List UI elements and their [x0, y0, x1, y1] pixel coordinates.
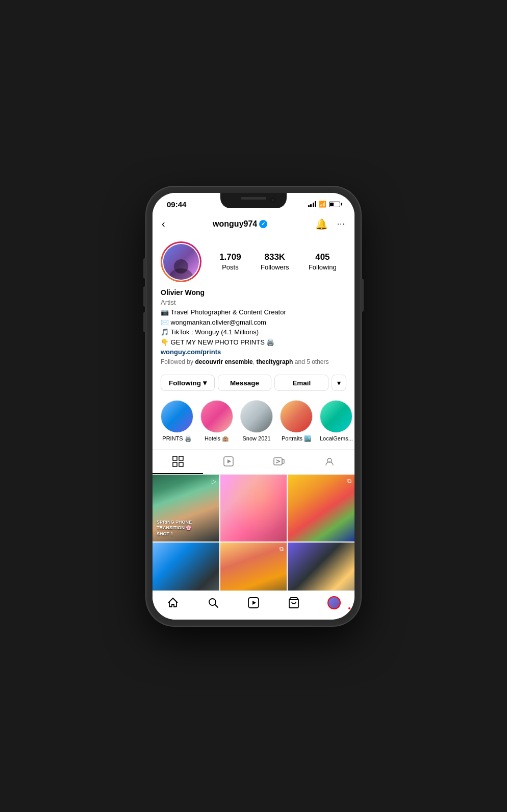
shop-icon [288, 597, 300, 609]
nav-home[interactable] [153, 596, 193, 609]
grid-item-5[interactable]: ⧉ [220, 543, 287, 590]
home-icon [167, 597, 179, 609]
profile-avatar-nav [327, 596, 341, 609]
wifi-icon: 📶 [319, 201, 326, 208]
profile-role: Artist [161, 298, 346, 308]
status-time: 09:44 [167, 200, 186, 209]
highlight-label-portraits: Portraits 🏙️ [282, 435, 311, 442]
highlight-label-snow: Snow 2021 [242, 435, 270, 441]
profile-bio-1: 📷 Travel Photographer & Content Creator [161, 307, 346, 317]
email-button[interactable]: Email [274, 375, 328, 391]
grid-item-1[interactable]: ▷ SPRING PHONE TRANSITION 🌸SHOT 1 [153, 475, 219, 542]
svg-rect-1 [179, 456, 183, 460]
profile-link[interactable]: wonguy.com/prints [161, 348, 221, 356]
followers-label: Followers [261, 263, 289, 271]
reels-nav-icon [247, 597, 260, 609]
profile-followed-by: Followed by decouvrir ensemble, thecityg… [161, 358, 346, 365]
video-play-icon-1: ▷ [212, 478, 216, 485]
speaker [241, 197, 266, 200]
more-button[interactable]: ▾ [332, 375, 346, 391]
highlight-hotels[interactable]: Hotels 🏨 [200, 400, 233, 442]
grid-item-4[interactable] [153, 543, 219, 590]
phone-screen: 09:44 📶 ‹ wonguy974 [153, 193, 354, 620]
tab-grid[interactable] [153, 450, 203, 474]
tagged-icon [324, 456, 335, 467]
follower-name-2[interactable]: thecitygraph [256, 358, 293, 365]
highlights-row: PRINTS 🖨️ Hotels 🏨 Snow 2021 Portraits 🏙… [153, 396, 354, 449]
follower-name-1[interactable]: decouvrir ensemble [195, 358, 252, 365]
verified-badge: ✓ [259, 220, 267, 228]
posts-label: Posts [222, 263, 239, 271]
highlight-localgems[interactable]: LocalGems... [320, 400, 353, 442]
tab-igtv[interactable] [253, 450, 304, 474]
highlight-circle-localgems [320, 400, 352, 433]
profile-name: Olivier Wong [161, 288, 346, 297]
bottom-navigation [153, 590, 354, 620]
following-button[interactable]: Following ▾ [161, 375, 215, 391]
header-icons: 🔔 ··· [314, 217, 346, 231]
tab-tagged[interactable] [304, 450, 354, 474]
highlight-circle-hotels [200, 400, 233, 433]
svg-marker-14 [252, 601, 256, 605]
multiple-icon-3: ⧉ [347, 478, 351, 484]
highlight-label-prints: PRINTS 🖨️ [162, 435, 191, 442]
profile-bio-4: 👇 GET MY NEW PHOTO PRINTS 🖨️ [161, 337, 346, 348]
stat-followers[interactable]: 833K Followers [261, 252, 289, 272]
highlight-circle-snow [240, 400, 273, 433]
photo-grid: ▷ SPRING PHONE TRANSITION 🌸SHOT 1 ⧉ [153, 475, 354, 590]
search-icon [207, 597, 219, 609]
phone-notch [220, 193, 287, 208]
phone-frame: 09:44 📶 ‹ wonguy974 [146, 187, 361, 626]
highlight-circle-portraits [280, 400, 313, 433]
highlight-prints[interactable]: PRINTS 🖨️ [161, 400, 193, 442]
action-buttons-row: Following ▾ Message Email ▾ [153, 370, 354, 396]
profile-section: 1.709 Posts 833K Followers 405 Following [153, 235, 354, 370]
tab-reels[interactable] [203, 450, 253, 474]
grid-item-3[interactable]: ⧉ [288, 475, 354, 542]
stats-row: 1.709 Posts 833K Followers 405 Following [210, 252, 346, 272]
screen-content[interactable]: ‹ wonguy974 ✓ 🔔 ··· [153, 213, 354, 590]
nav-profile[interactable] [314, 596, 354, 609]
highlight-circle-prints [161, 400, 193, 433]
message-button[interactable]: Message [218, 375, 272, 391]
svg-rect-3 [179, 462, 183, 466]
stat-following[interactable]: 405 Following [309, 252, 337, 272]
front-camera [270, 198, 275, 203]
igtv-icon [273, 456, 285, 467]
svg-marker-5 [227, 459, 231, 463]
highlight-portraits[interactable]: Portraits 🏙️ [280, 400, 313, 442]
more-options-button[interactable]: ··· [336, 218, 346, 230]
posts-count: 1.709 [219, 252, 241, 262]
grid-item-2[interactable] [220, 475, 287, 542]
header-username: wonguy974 [213, 219, 257, 229]
nav-search[interactable] [193, 596, 233, 609]
svg-rect-0 [173, 456, 177, 460]
grid-item-6[interactable] [288, 543, 354, 590]
header-username-area: wonguy974 ✓ [213, 219, 267, 229]
followers-count: 833K [261, 252, 289, 262]
svg-rect-6 [274, 458, 282, 465]
instagram-header: ‹ wonguy974 ✓ 🔔 ··· [153, 213, 354, 235]
profile-bio-2: ✉️ wongmankan.olivier@gmail.com [161, 317, 346, 328]
stat-posts[interactable]: 1.709 Posts [219, 252, 241, 272]
profile-bio-3: 🎵 TikTok : Wonguy (4.1 Millions) [161, 327, 346, 337]
nav-reels[interactable] [233, 596, 273, 609]
avatar-wrapper[interactable] [161, 241, 201, 282]
multiple-icon-5: ⧉ [280, 546, 284, 552]
highlight-label-localgems: LocalGems... [320, 435, 353, 441]
back-button[interactable]: ‹ [161, 217, 166, 231]
battery-icon [329, 202, 340, 207]
highlight-snow[interactable]: Snow 2021 [240, 400, 273, 442]
svg-line-12 [215, 604, 218, 607]
grid-icon [172, 456, 184, 467]
reels-icon [223, 456, 234, 467]
notification-dot [347, 606, 351, 610]
notification-bell-button[interactable]: 🔔 [314, 217, 329, 231]
avatar [163, 244, 199, 280]
following-count: 405 [309, 252, 337, 262]
nav-shop[interactable] [274, 596, 314, 609]
following-label: Following [309, 263, 337, 271]
content-tabs [153, 449, 354, 475]
svg-rect-7 [282, 459, 284, 463]
highlight-label-hotels: Hotels 🏨 [205, 435, 229, 442]
